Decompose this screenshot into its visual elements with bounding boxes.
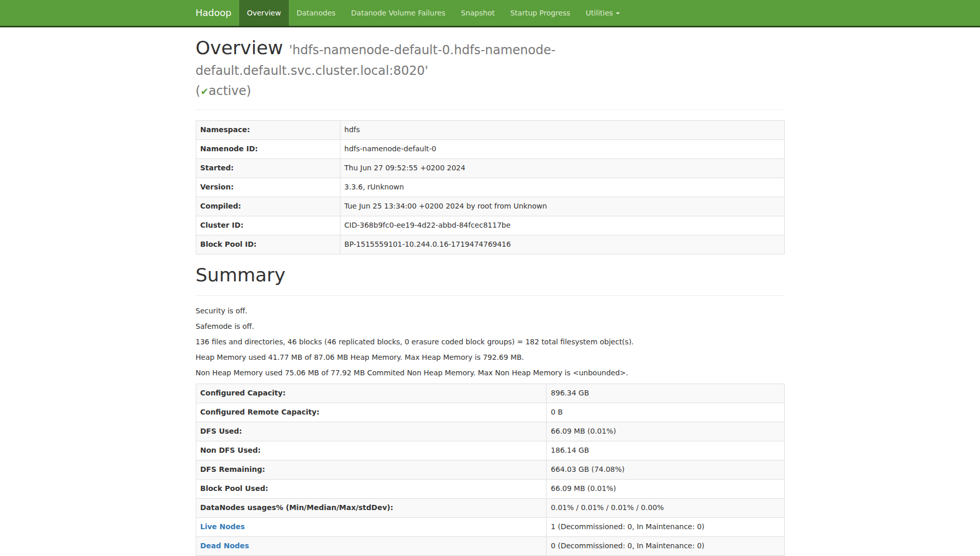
row-label: Dead Nodes — [196, 537, 547, 556]
row-value: 0 B — [547, 403, 784, 422]
table-row: Namenode ID: hdfs-namenode-default-0 — [196, 139, 784, 158]
non-heap-memory: Non Heap Memory used 75.06 MB of 77.92 M… — [196, 368, 785, 378]
nav-link-datanodes[interactable]: Datanodes — [289, 0, 344, 26]
state-paren-open: ( — [196, 84, 200, 98]
nav-tab-datanode-volume-failures: Datanode Volume Failures — [344, 0, 454, 26]
filesystem-objects: 136 files and directories, 46 blocks (46… — [196, 337, 785, 347]
caret-down-icon — [616, 12, 620, 14]
row-value: 66.09 MB (0.01%) — [547, 422, 784, 441]
nav-link-utilities-dropdown[interactable]: Utilities — [578, 0, 628, 26]
row-label: DFS Remaining: — [196, 460, 547, 480]
table-row: Live Nodes 1 (Decommissioned: 0, In Main… — [196, 518, 784, 537]
table-row: Dead Nodes 0 (Decommissioned: 0, In Main… — [196, 537, 784, 556]
row-label: Configured Remote Capacity: — [196, 403, 547, 422]
namenode-state: (✔active) — [196, 84, 252, 98]
table-row: DataNodes usages% (Min/Median/Max/stdDev… — [196, 499, 784, 518]
cluster-summary-table: Configured Capacity: 896.34 GB Configure… — [196, 384, 785, 556]
page-content: Overview 'hdfs-namenode-default-0.hdfs-n… — [188, 38, 792, 556]
summary-text-block: Security is off. Safemode is off. 136 fi… — [196, 306, 785, 378]
row-label: Block Pool ID: — [196, 235, 340, 254]
row-value: Tue Jun 25 13:34:00 +0200 2024 by root f… — [340, 197, 784, 216]
row-value: 1 (Decommissioned: 0, In Maintenance: 0) — [547, 518, 784, 537]
nav-link-snapshot[interactable]: Snapshot — [453, 0, 502, 26]
heap-memory: Heap Memory used 41.77 MB of 87.06 MB He… — [196, 353, 785, 363]
navbar-container: Hadoop Overview Datanodes Datanode Volum… — [188, 0, 792, 26]
nav-link-startup-progress[interactable]: Startup Progress — [503, 0, 578, 26]
title-divider — [196, 109, 785, 110]
brand-hadoop[interactable]: Hadoop — [196, 0, 239, 26]
namenode-info-table: Namespace: hdfs Namenode ID: hdfs-nameno… — [196, 120, 785, 255]
nav-link-datanode-volume-failures[interactable]: Datanode Volume Failures — [344, 0, 454, 26]
page-title-text: Overview — [196, 37, 284, 58]
row-label: Started: — [196, 158, 340, 178]
row-value: 0.01% / 0.01% / 0.01% / 0.00% — [547, 499, 784, 518]
state-active-label: active) — [209, 84, 251, 98]
row-label: Namespace: — [196, 120, 340, 139]
row-label: Block Pool Used: — [196, 480, 547, 499]
table-row: Block Pool ID: BP-1515559101-10.244.0.16… — [196, 235, 784, 254]
row-label: Live Nodes — [196, 518, 547, 537]
row-label: DataNodes usages% (Min/Median/Max/stdDev… — [196, 499, 547, 518]
live-nodes-link[interactable]: Live Nodes — [200, 522, 245, 531]
dead-nodes-link[interactable]: Dead Nodes — [200, 542, 250, 550]
summary-title: Summary — [196, 265, 785, 285]
row-label: Non DFS Used: — [196, 441, 547, 460]
row-label: Namenode ID: — [196, 139, 340, 158]
row-value: CID-368b9fc0-ee19-4d22-abbd-84fcec8117be — [340, 216, 784, 235]
table-row: Configured Remote Capacity: 0 B — [196, 403, 784, 422]
row-label: Configured Capacity: — [196, 384, 547, 403]
row-label: DFS Used: — [196, 422, 547, 441]
row-label: Cluster ID: — [196, 216, 340, 235]
safemode-status: Safemode is off. — [196, 322, 785, 332]
table-row: Non DFS Used: 186.14 GB — [196, 441, 784, 460]
table-row: Version: 3.3.6, rUnknown — [196, 178, 784, 197]
row-value: 66.09 MB (0.01%) — [547, 480, 784, 499]
nav-tab-startup-progress: Startup Progress — [503, 0, 578, 26]
table-row: Started: Thu Jun 27 09:52:55 +0200 2024 — [196, 158, 784, 178]
summary-divider — [196, 295, 785, 296]
page-title: Overview 'hdfs-namenode-default-0.hdfs-n… — [196, 38, 785, 99]
row-value: 3.3.6, rUnknown — [340, 178, 784, 197]
row-value: Thu Jun 27 09:52:55 +0200 2024 — [340, 158, 784, 178]
nav-link-overview[interactable]: Overview — [239, 0, 289, 26]
table-row: DFS Used: 66.09 MB (0.01%) — [196, 422, 784, 441]
row-value: hdfs-namenode-default-0 — [340, 139, 784, 158]
table-row: DFS Remaining: 664.03 GB (74.08%) — [196, 460, 784, 480]
row-label: Compiled: — [196, 197, 340, 216]
row-label: Version: — [196, 178, 340, 197]
nav-tab-utilities: Utilities — [578, 0, 628, 26]
row-value: 896.34 GB — [547, 384, 784, 403]
top-navbar: Hadoop Overview Datanodes Datanode Volum… — [0, 0, 980, 27]
nav-link-utilities-label: Utilities — [586, 9, 613, 17]
table-row: Compiled: Tue Jun 25 13:34:00 +0200 2024… — [196, 197, 784, 216]
nav-tab-datanodes: Datanodes — [289, 0, 344, 26]
row-value: 186.14 GB — [547, 441, 784, 460]
nav-tab-snapshot: Snapshot — [453, 0, 502, 26]
row-value: hdfs — [340, 120, 784, 139]
row-value: 664.03 GB (74.08%) — [547, 460, 784, 480]
row-value: 0 (Decommissioned: 0, In Maintenance: 0) — [547, 537, 784, 556]
table-row: Block Pool Used: 66.09 MB (0.01%) — [196, 480, 784, 499]
navbar-menu: Overview Datanodes Datanode Volume Failu… — [239, 0, 628, 26]
security-status: Security is off. — [196, 306, 785, 316]
table-row: Configured Capacity: 896.34 GB — [196, 384, 784, 403]
table-row: Cluster ID: CID-368b9fc0-ee19-4d22-abbd-… — [196, 216, 784, 235]
table-row: Namespace: hdfs — [196, 120, 784, 139]
row-value: BP-1515559101-10.244.0.16-1719474769416 — [340, 235, 784, 254]
check-ok-icon: ✔ — [200, 86, 209, 97]
nav-tab-overview: Overview — [239, 0, 289, 26]
